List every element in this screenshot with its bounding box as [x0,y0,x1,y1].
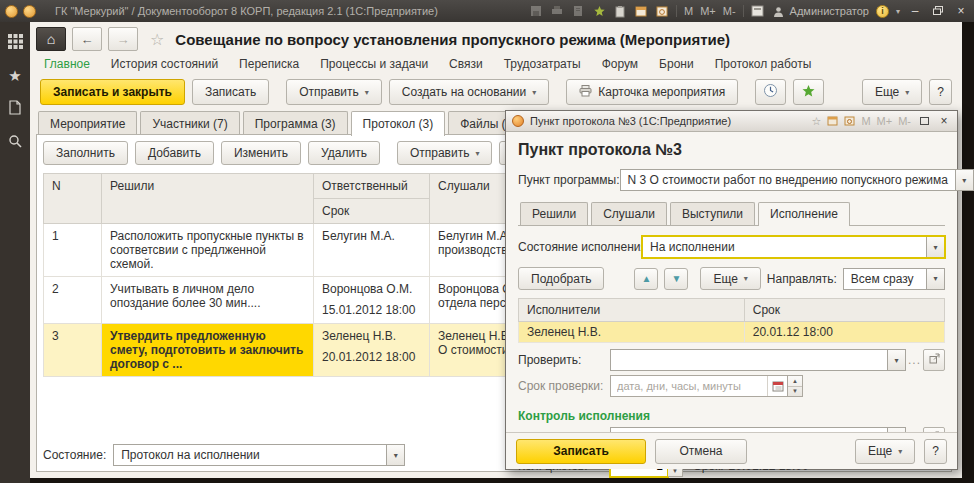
menu-item-glavnoe[interactable]: Главное [44,57,90,71]
save-close-button[interactable]: Записать и закрыть [40,79,185,105]
pick-button[interactable]: Подобрать [518,267,604,290]
close-button[interactable]: × [937,114,951,128]
restore-button[interactable] [930,4,946,18]
dialog-help-button[interactable]: ? [924,439,947,464]
col-n[interactable]: N [44,174,101,198]
maximize-button[interactable] [917,114,931,128]
favorites-icon[interactable]: ★ [8,68,21,83]
save-icon[interactable] [529,5,543,18]
open-button[interactable] [923,349,945,371]
tab-programma[interactable]: Программа (3) [243,111,348,135]
link-icon[interactable] [592,5,606,18]
chevron-down-icon[interactable]: ▾ [387,444,405,466]
close-button[interactable]: × [953,4,969,18]
tab-reshili[interactable]: Решили [520,202,588,225]
executor-name[interactable]: Зеленец Н.В. [519,322,745,343]
col-resolved[interactable]: Решили [102,174,313,198]
move-down-button[interactable]: ▼ [664,268,688,290]
menu-item-forum[interactable]: Форум [602,57,638,71]
tab-uchastniki[interactable]: Участники (7) [140,111,239,135]
search-icon[interactable] [8,134,22,150]
tab-protokol[interactable]: Протокол (3) [351,111,446,136]
calendar-icon[interactable] [827,115,838,128]
menu-item-istoria[interactable]: История состояний [111,57,218,71]
memory-minus-button[interactable]: M- [723,5,736,17]
ellipsis-button[interactable]: ... [908,353,921,367]
memory-plus-button[interactable]: M+ [877,115,893,127]
add-favorite-icon[interactable]: ☆ [150,30,164,49]
row-responsible[interactable]: Белугин М.А. [314,224,430,277]
service-menu-icon[interactable] [23,5,36,18]
row-responsible[interactable]: Воронцова О.М. 15.01.2012 18:00 [314,277,430,324]
menu-grid-icon[interactable] [8,34,23,51]
tab-slushali[interactable]: Слушали [591,202,667,225]
favorites-icon[interactable]: ☆ [812,115,822,128]
memory-recall-button[interactable]: M [684,5,693,17]
row-number[interactable]: 1 [44,224,102,277]
print-icon[interactable] [550,5,564,18]
history-page-icon[interactable] [8,100,22,117]
executor-term[interactable]: 20.01.12 18:00 [744,322,944,343]
move-up-button[interactable]: ▲ [634,268,658,290]
dialog-more-button[interactable]: Еще ▾ [855,439,915,464]
preview-icon[interactable] [571,5,585,18]
col-responsible[interactable]: Ответственный [314,174,429,198]
delete-button[interactable]: Удалить [308,141,380,165]
route-combo[interactable]: Всем сразу ▾ [843,268,945,290]
dialog-cancel-button[interactable]: Отмена [655,439,747,464]
menu-item-broni[interactable]: Брони [659,57,694,71]
check-term-stepper[interactable]: ▲▼ [788,375,803,397]
tab-ispolnenie[interactable]: Исполнение [758,202,850,226]
help-button[interactable]: ? [929,79,952,105]
history-icon[interactable] [844,115,855,128]
exec-state-combo[interactable]: На исполнении ▾ [642,236,945,258]
menu-item-protokol-raboty[interactable]: Протокол работы [715,57,812,71]
executors-more-button[interactable]: Еще ▾ [700,267,760,290]
clipboard-icon[interactable] [613,5,627,18]
chevron-down-icon[interactable]: ▾ [927,268,945,290]
chevron-down-icon[interactable]: ▾ [927,236,945,258]
send-rows-button[interactable]: Отправить ▾ [397,141,493,165]
menu-item-svyazi[interactable]: Связи [449,57,483,71]
row-number[interactable]: 3 [44,324,102,377]
up-arrow-icon[interactable]: ▲ [788,376,802,386]
menu-item-trudozatraty[interactable]: Трудозатраты [504,57,581,71]
state-combo[interactable]: Протокол на исполнении ▾ [113,444,405,466]
add-reminder-button[interactable] [793,79,824,105]
home-button[interactable]: ⌂ [36,27,66,51]
down-arrow-icon[interactable]: ▼ [788,386,802,397]
calculator-icon[interactable] [751,5,765,18]
fill-button[interactable]: Заполнить [43,141,128,165]
main-menu-icon[interactable] [5,5,18,18]
col-executors[interactable]: Исполнители [519,299,745,322]
edit-button[interactable]: Изменить [221,141,301,165]
event-card-button[interactable]: Карточка мероприятия [566,79,738,105]
row-resolved[interactable]: Учитывать в личном дело опоздание более … [102,277,314,324]
calendar-icon[interactable] [634,5,648,18]
row-responsible[interactable]: Зеленец Н.В. 20.01.2012 18:00 [314,324,430,377]
program-combo[interactable]: N 3 О стоимости работ по внедрению попус… [620,169,974,191]
chevron-down-icon[interactable]: ▾ [896,7,900,16]
memory-minus-button[interactable]: M- [898,115,911,127]
check-term-input[interactable] [611,380,767,392]
menu-item-processy[interactable]: Процессы и задачи [320,57,428,71]
user-menu[interactable]: Администратор [772,5,869,18]
forward-button[interactable]: → [108,27,138,51]
row-resolved[interactable]: Утвердить предложенную смету, подготовит… [102,324,314,377]
minimize-button[interactable]: – [907,4,923,18]
info-icon[interactable]: i [876,5,889,18]
create-from-button[interactable]: Создать на основании ▾ [389,79,550,105]
send-button[interactable]: Отправить ▾ [286,79,382,105]
col-exec-term[interactable]: Срок [744,299,944,322]
calendar-icon[interactable] [767,376,787,396]
timekeeping-button[interactable] [755,79,786,105]
tab-vystupili[interactable]: Выступили [670,202,755,225]
executor-row-selected[interactable]: Зеленец Н.В. 20.01.12 18:00 [519,322,945,343]
row-number[interactable]: 2 [44,277,102,324]
save-button[interactable]: Записать [192,79,269,105]
add-button[interactable]: Добавить [135,141,214,165]
back-button[interactable]: ← [72,27,102,51]
col-term[interactable]: Срок [314,198,429,223]
tab-meropriyatie[interactable]: Мероприятие [38,111,137,135]
check-combo[interactable]: ▾ [610,349,906,371]
